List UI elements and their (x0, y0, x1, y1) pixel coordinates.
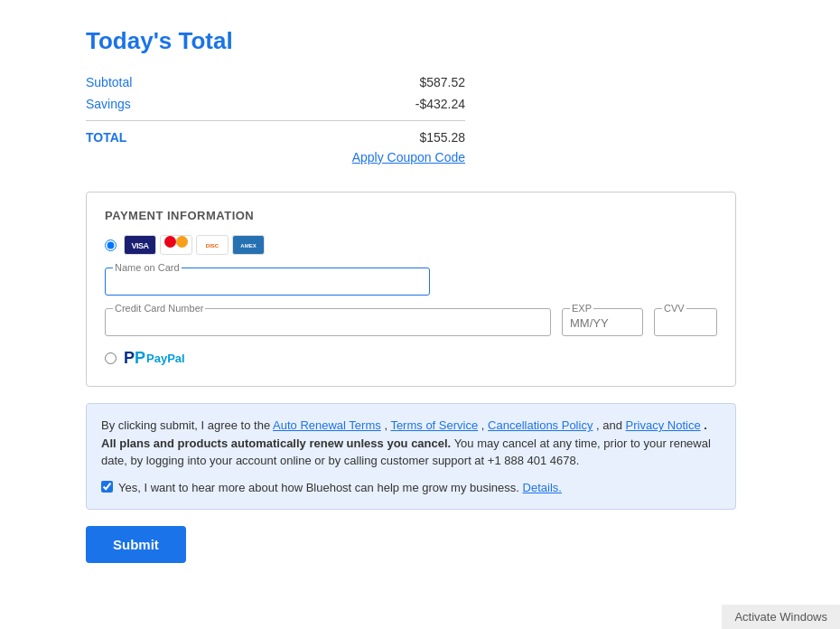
card-icons: VISA DISCVER AMEX (124, 235, 265, 255)
summary-divider (86, 120, 465, 121)
newsletter-checkbox[interactable] (101, 481, 113, 493)
exp-input[interactable] (570, 314, 635, 332)
apply-coupon-link[interactable]: Apply Coupon Code (352, 150, 465, 164)
paypal-logo: P P PayPal (124, 349, 185, 368)
submit-button[interactable]: Submit (86, 526, 186, 563)
savings-value: -$432.24 (415, 97, 465, 111)
activate-windows-watermark: Activate Windows (722, 605, 840, 608)
payment-header: PAYMENT INFORMATION (105, 209, 717, 222)
total-label: TOTAL (86, 130, 126, 145)
name-on-card-input[interactable] (113, 274, 422, 291)
coupon-row: Apply Coupon Code (86, 150, 465, 164)
name-on-card-field-wrap: Name on Card (105, 268, 430, 296)
newsletter-checkbox-row[interactable]: Yes, I want to hear more about how Blueh… (101, 479, 721, 497)
cancellations-link[interactable]: Cancellations Policy (488, 418, 593, 432)
amex-icon: AMEX (232, 235, 265, 255)
tos-link[interactable]: Terms of Service (390, 418, 478, 432)
savings-label: Savings (86, 97, 131, 111)
privacy-link[interactable]: Privacy Notice (626, 418, 701, 432)
subtotal-row: Subtotal $587.52 (86, 75, 465, 89)
paypal-label: P P PayPal (124, 349, 185, 368)
exp-label: EXP (570, 303, 593, 314)
cc-number-field-wrap: Credit Card Number (105, 308, 551, 336)
cvv-input[interactable] (662, 314, 709, 332)
cc-number-input[interactable] (113, 314, 543, 332)
cvv-label: CVV (662, 303, 686, 314)
mastercard-icon (160, 235, 192, 255)
terms-section: By clicking submit, I agree to the Auto … (86, 403, 736, 510)
auto-renewal-link[interactable]: Auto Renewal Terms (273, 418, 381, 432)
paypal-p-icon: P (124, 349, 135, 368)
cc-row: Credit Card Number EXP CVV (105, 308, 717, 336)
visa-icon: VISA (124, 235, 156, 255)
paypal-text: PayPal (146, 352, 185, 365)
paypal-radio[interactable] (105, 352, 117, 364)
name-on-card-label: Name on Card (113, 262, 182, 273)
total-row: TOTAL $155.28 (86, 130, 465, 145)
card-radio[interactable] (105, 239, 117, 251)
page-title: Today's Total (86, 27, 754, 55)
payment-section: PAYMENT INFORMATION VISA DISCVER AMEX Na… (86, 192, 736, 387)
terms-and-text: , and (596, 418, 626, 432)
newsletter-text: Yes, I want to hear more about how Blueh… (118, 481, 519, 494)
card-payment-option[interactable]: VISA DISCVER AMEX (105, 235, 717, 255)
cc-number-label: Credit Card Number (113, 303, 205, 314)
paypal-p2-icon: P (135, 349, 145, 368)
discover-icon: DISCVER (196, 235, 229, 255)
savings-row: Savings -$432.24 (86, 97, 465, 111)
name-on-card-group: Name on Card (105, 268, 717, 296)
terms-comma2: , (481, 418, 488, 432)
summary-table: Subtotal $587.52 Savings -$432.24 (86, 75, 465, 111)
subtotal-label: Subtotal (86, 75, 132, 89)
exp-field-wrap: EXP (562, 308, 643, 336)
cvv-field-wrap: CVV (654, 308, 717, 336)
newsletter-label: Yes, I want to hear more about how Blueh… (118, 479, 562, 497)
paypal-payment-option[interactable]: P P PayPal (105, 349, 717, 368)
details-link[interactable]: Details. (523, 481, 562, 494)
subtotal-value: $587.52 (419, 75, 465, 89)
total-value: $155.28 (419, 130, 465, 145)
terms-text-start: By clicking submit, I agree to the (101, 418, 273, 432)
